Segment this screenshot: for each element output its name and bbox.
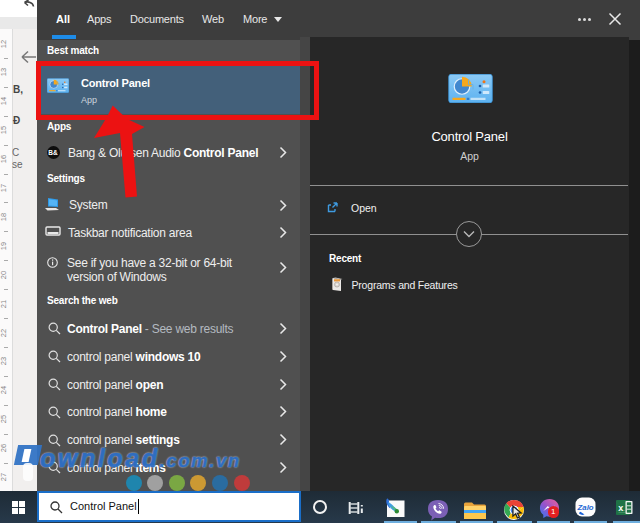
svg-text:Zalo: Zalo bbox=[577, 503, 594, 512]
svg-text:x: x bbox=[618, 503, 623, 513]
